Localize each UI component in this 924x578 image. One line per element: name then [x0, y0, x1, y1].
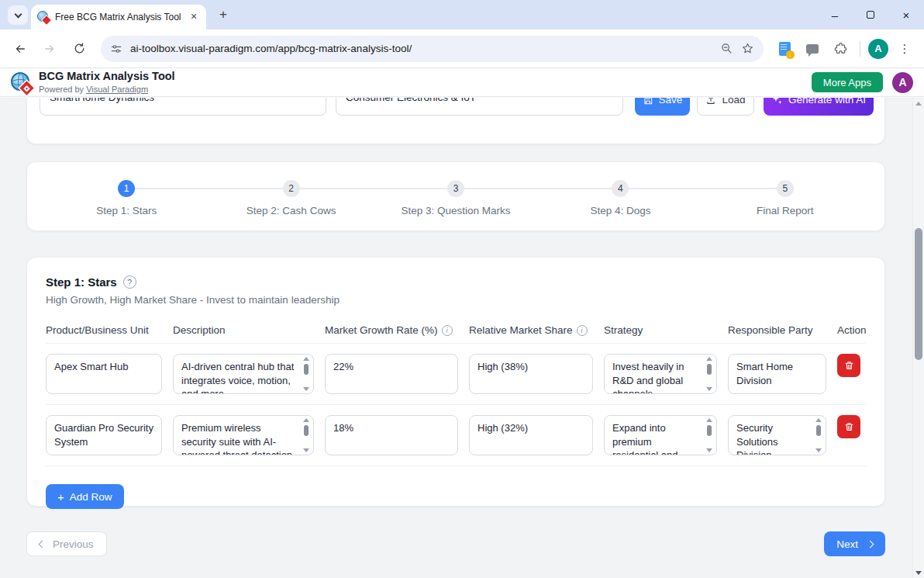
comment-icon[interactable]	[801, 37, 824, 61]
forward-button[interactable]	[37, 36, 62, 61]
tab-search-button[interactable]	[8, 5, 28, 25]
load-button[interactable]: Load	[697, 98, 754, 116]
strategy-field[interactable]: Invest heavily in R&D and global channel…	[604, 354, 717, 394]
industry-input[interactable]: Consumer Electronics & IoT	[336, 98, 623, 116]
browser-toolbar: ai-toolbox.visual-paradigm.com/app/bcg-m…	[0, 29, 924, 68]
address-bar[interactable]: ai-toolbox.visual-paradigm.com/app/bcg-m…	[101, 36, 764, 62]
responsible-field[interactable]: Smart Home Division	[728, 354, 826, 394]
chevron-left-icon	[39, 540, 47, 548]
back-button[interactable]	[8, 36, 33, 61]
share-field[interactable]: High (32%)	[469, 415, 593, 455]
step-5-circle[interactable]: 5	[777, 180, 794, 197]
scrollbar-up-icon[interactable]	[915, 102, 922, 106]
window-maximize-button[interactable]	[853, 0, 888, 29]
field-scrollbar[interactable]	[705, 418, 714, 452]
plus-icon: +	[57, 490, 64, 504]
growth-field[interactable]: 22%	[325, 354, 458, 394]
save-icon	[643, 98, 653, 106]
growth-info-icon[interactable]: i	[442, 325, 453, 336]
step-5-label: Final Report	[703, 205, 867, 216]
previous-button[interactable]: Previous	[26, 531, 107, 556]
share-info-icon[interactable]: i	[577, 325, 588, 336]
scroll-thumb	[304, 425, 309, 436]
toolbar-divider	[860, 41, 860, 57]
more-apps-button[interactable]: More Apps	[812, 72, 883, 92]
description-field[interactable]: Premium wireless security suite with AI-…	[173, 415, 314, 455]
share-field[interactable]: High (38%)	[469, 354, 593, 394]
table-header-row: Product/Business Unit Description Market…	[46, 324, 866, 344]
bookmark-star-icon[interactable]	[741, 42, 754, 55]
delete-row-button[interactable]	[837, 415, 860, 438]
scroll-thumb	[707, 364, 712, 375]
extensions-icon[interactable]	[829, 37, 852, 61]
step-2-cash-cows: 2 Step 2: Cash Cows	[209, 162, 373, 216]
strategy-field[interactable]: Expand into premium residential and comm…	[604, 415, 717, 455]
trash-icon	[844, 360, 854, 371]
tab-close-icon[interactable]: ×	[188, 11, 200, 23]
forward-arrow-icon	[43, 42, 57, 56]
window-close-button[interactable]: ×	[888, 0, 924, 29]
description-field[interactable]: AI-driven central hub that integrates vo…	[173, 354, 314, 394]
visual-paradigm-link[interactable]: Visual Paradigm	[86, 85, 148, 94]
powered-by: Powered by Visual Paradigm	[39, 85, 175, 94]
new-tab-button[interactable]: +	[215, 7, 231, 22]
add-row-button[interactable]: + Add Row	[46, 484, 124, 509]
reload-icon	[73, 42, 86, 55]
scroll-down-icon	[303, 448, 309, 452]
doc-download-icon[interactable]: ↓	[773, 37, 796, 61]
col-product: Product/Business Unit	[46, 324, 162, 336]
window-minimize-button[interactable]: –	[817, 0, 853, 29]
scrollbar-down-icon[interactable]	[915, 571, 922, 575]
growth-field[interactable]: 18%	[325, 415, 458, 455]
step-1-circle[interactable]: 1	[118, 180, 135, 197]
field-scrollbar[interactable]	[302, 418, 311, 452]
product-field[interactable]: Apex Smart Hub	[46, 354, 162, 394]
scroll-thumb	[816, 425, 821, 436]
browser-tab[interactable]: Free BCG Matrix Analysis Tool | ×	[31, 5, 206, 29]
scroll-up-icon	[706, 357, 712, 361]
favicon	[37, 11, 50, 23]
project-form-card: SmartHome Dynamics Consumer Electronics …	[26, 98, 885, 144]
next-button[interactable]: Next	[824, 531, 885, 556]
step-1-label: Step 1: Stars	[44, 205, 209, 216]
page-scrollbar[interactable]	[912, 98, 924, 578]
reload-button[interactable]	[67, 36, 91, 61]
scroll-down-icon	[706, 448, 712, 452]
field-scrollbar[interactable]	[302, 357, 311, 391]
load-icon	[705, 98, 716, 106]
product-field[interactable]: Guardian Pro Security System	[46, 415, 162, 455]
step-4-label: Step 4: Dogs	[538, 205, 702, 216]
sparkles-icon	[771, 98, 783, 106]
browser-menu-icon[interactable]: ⋮	[893, 37, 916, 61]
scroll-down-icon	[303, 387, 309, 391]
field-scrollbar[interactable]	[814, 418, 823, 452]
delete-row-button[interactable]	[837, 354, 860, 377]
help-icon[interactable]: ?	[123, 275, 136, 289]
zoom-out-icon[interactable]	[720, 42, 733, 55]
step-4-circle[interactable]: 4	[612, 180, 629, 197]
step-1-stars: 1 Step 1: Stars	[44, 162, 209, 216]
col-growth: Market Growth Rate (%)i	[325, 324, 458, 336]
project-name-input[interactable]: SmartHome Dynamics	[40, 98, 326, 116]
table-row: Apex Smart Hub AI-driven central hub tha…	[46, 344, 866, 405]
step-2-circle[interactable]: 2	[283, 180, 300, 197]
step-2-label: Step 2: Cash Cows	[209, 205, 373, 216]
responsible-field[interactable]: Security Solutions Division	[728, 415, 826, 455]
col-responsible: Responsible Party	[728, 324, 826, 336]
table-row: Guardian Pro Security System Premium wir…	[46, 405, 866, 466]
step-4-dogs: 4 Step 4: Dogs	[538, 162, 702, 216]
site-settings-icon[interactable]	[110, 43, 122, 55]
field-scrollbar[interactable]	[705, 357, 714, 391]
app-title: BCG Matrix Analysis Tool	[39, 71, 175, 83]
back-arrow-icon	[13, 42, 27, 56]
step-3-circle[interactable]: 3	[447, 180, 464, 197]
app-header: BCG Matrix Analysis Tool Powered by Visu…	[0, 68, 924, 97]
scroll-up-icon	[815, 418, 822, 422]
scrollbar-thumb[interactable]	[915, 228, 922, 360]
browser-profile-avatar[interactable]: A	[868, 39, 888, 59]
generate-with-ai-button[interactable]: Generate with AI	[764, 98, 874, 116]
save-button[interactable]: Save	[635, 98, 690, 116]
step-3-label: Step 3: Question Marks	[374, 205, 538, 216]
user-avatar[interactable]: A	[892, 72, 913, 93]
chevron-right-icon	[867, 540, 874, 548]
